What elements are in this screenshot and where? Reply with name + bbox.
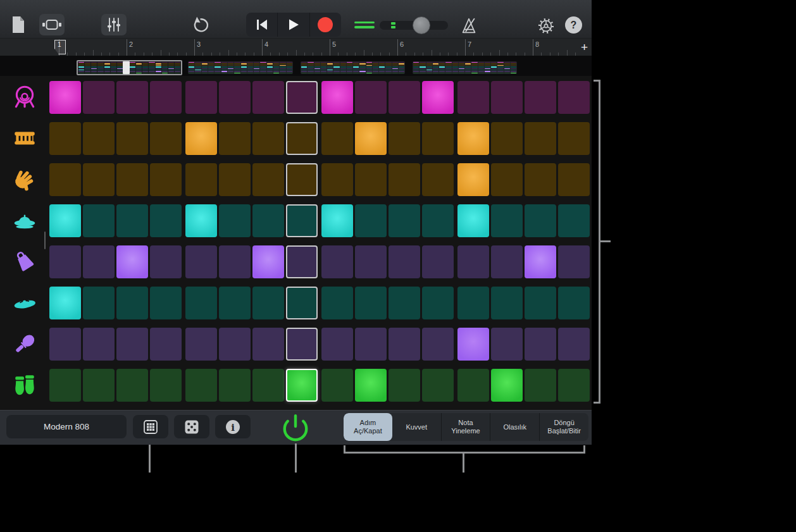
volume-slider[interactable] bbox=[380, 21, 448, 30]
region-thumbnail[interactable] bbox=[301, 61, 405, 74]
segment-button[interactable]: Adım Aç/Kapat bbox=[344, 413, 392, 441]
step-cell[interactable] bbox=[525, 81, 556, 114]
step-cell[interactable] bbox=[150, 163, 182, 196]
step-cell[interactable] bbox=[116, 163, 148, 196]
snare-drum-icon[interactable] bbox=[10, 124, 39, 153]
step-cell[interactable] bbox=[286, 369, 318, 402]
step-cell[interactable] bbox=[286, 122, 318, 155]
step-cell[interactable] bbox=[321, 163, 353, 196]
step-cell[interactable] bbox=[558, 163, 590, 196]
step-cell[interactable] bbox=[83, 369, 115, 402]
step-cell[interactable] bbox=[49, 204, 81, 237]
step-cell[interactable] bbox=[83, 163, 115, 196]
step-cell[interactable] bbox=[355, 122, 387, 155]
step-cell[interactable] bbox=[422, 369, 454, 402]
step-cell[interactable] bbox=[219, 287, 251, 319]
step-cell[interactable] bbox=[286, 328, 318, 361]
step-cell[interactable] bbox=[389, 369, 420, 402]
step-cell[interactable] bbox=[525, 122, 556, 155]
step-cell[interactable] bbox=[525, 163, 556, 196]
step-cell[interactable] bbox=[321, 122, 353, 155]
step-cell[interactable] bbox=[558, 328, 590, 361]
congas-icon[interactable] bbox=[10, 371, 39, 400]
step-cell[interactable] bbox=[185, 245, 217, 278]
step-cell[interactable] bbox=[252, 287, 284, 319]
step-cell[interactable] bbox=[355, 204, 387, 237]
region-thumbnail[interactable] bbox=[188, 61, 293, 74]
step-cell[interactable] bbox=[355, 245, 387, 278]
step-cell[interactable] bbox=[185, 287, 217, 319]
step-cell[interactable] bbox=[150, 328, 182, 361]
step-cell[interactable] bbox=[116, 81, 148, 114]
step-cell[interactable] bbox=[491, 328, 523, 361]
step-cell[interactable] bbox=[525, 328, 556, 361]
step-cell[interactable] bbox=[389, 287, 420, 319]
step-cell[interactable] bbox=[389, 245, 420, 278]
step-cell[interactable] bbox=[389, 163, 420, 196]
step-cell[interactable] bbox=[83, 81, 115, 114]
step-cell[interactable] bbox=[83, 204, 115, 237]
step-cell[interactable] bbox=[389, 328, 420, 361]
step-cell[interactable] bbox=[457, 328, 489, 361]
step-cell[interactable] bbox=[558, 122, 590, 155]
view-toggle-button[interactable] bbox=[39, 14, 65, 35]
step-cell[interactable] bbox=[49, 245, 81, 278]
step-cell[interactable] bbox=[49, 287, 81, 319]
timeline-ruler[interactable]: + 12345678 bbox=[0, 38, 592, 56]
step-cell[interactable] bbox=[558, 81, 590, 114]
mixer-button[interactable] bbox=[101, 14, 127, 35]
step-cell[interactable] bbox=[49, 122, 81, 155]
step-cell[interactable] bbox=[219, 81, 251, 114]
step-cell[interactable] bbox=[422, 81, 454, 114]
segment-button[interactable]: Döngü Başlat/Bitir bbox=[540, 413, 588, 441]
step-cell[interactable] bbox=[185, 328, 217, 361]
step-cell[interactable] bbox=[286, 163, 318, 196]
step-cell[interactable] bbox=[389, 204, 420, 237]
randomize-button[interactable] bbox=[174, 415, 209, 438]
step-cell[interactable] bbox=[457, 204, 489, 237]
step-cell[interactable] bbox=[49, 81, 81, 114]
step-cell[interactable] bbox=[219, 245, 251, 278]
segment-button[interactable]: Nota Yineleme bbox=[442, 413, 491, 441]
step-cell[interactable] bbox=[321, 204, 353, 237]
info-button[interactable]: i bbox=[215, 415, 251, 438]
step-cell[interactable] bbox=[491, 369, 523, 402]
sequencer-power-button[interactable] bbox=[281, 413, 310, 442]
step-cell[interactable] bbox=[286, 204, 318, 237]
step-cell[interactable] bbox=[558, 287, 590, 319]
step-cell[interactable] bbox=[355, 369, 387, 402]
step-cell[interactable] bbox=[286, 245, 318, 278]
playhead-flag[interactable]: 1 bbox=[54, 40, 66, 54]
step-cell[interactable] bbox=[83, 245, 115, 278]
step-cell[interactable] bbox=[252, 245, 284, 278]
step-cell[interactable] bbox=[355, 287, 387, 319]
step-cell[interactable] bbox=[219, 163, 251, 196]
step-cell[interactable] bbox=[321, 328, 353, 361]
cymbal-icon[interactable] bbox=[10, 288, 39, 318]
step-cell[interactable] bbox=[150, 81, 182, 114]
step-cell[interactable] bbox=[185, 163, 217, 196]
step-cell[interactable] bbox=[389, 122, 420, 155]
preset-button[interactable]: Modern 808 bbox=[6, 415, 127, 438]
step-cell[interactable] bbox=[219, 204, 251, 237]
step-cell[interactable] bbox=[457, 369, 489, 402]
step-cell[interactable] bbox=[150, 369, 182, 402]
step-cell[interactable] bbox=[219, 369, 251, 402]
step-cell[interactable] bbox=[252, 122, 284, 155]
step-cell[interactable] bbox=[252, 81, 284, 114]
step-cell[interactable] bbox=[150, 245, 182, 278]
step-cell[interactable] bbox=[116, 122, 148, 155]
step-cell[interactable] bbox=[422, 328, 454, 361]
step-cell[interactable] bbox=[321, 245, 353, 278]
hihat-icon[interactable] bbox=[10, 206, 39, 235]
step-cell[interactable] bbox=[83, 328, 115, 361]
step-cell[interactable] bbox=[286, 287, 318, 319]
step-cell[interactable] bbox=[116, 204, 148, 237]
step-cell[interactable] bbox=[525, 287, 556, 319]
step-cell[interactable] bbox=[558, 204, 590, 237]
step-cell[interactable] bbox=[422, 204, 454, 237]
kit-grid-button[interactable] bbox=[133, 415, 168, 438]
maraca-icon[interactable] bbox=[10, 330, 39, 359]
step-cell[interactable] bbox=[49, 328, 81, 361]
step-cell[interactable] bbox=[558, 369, 590, 402]
